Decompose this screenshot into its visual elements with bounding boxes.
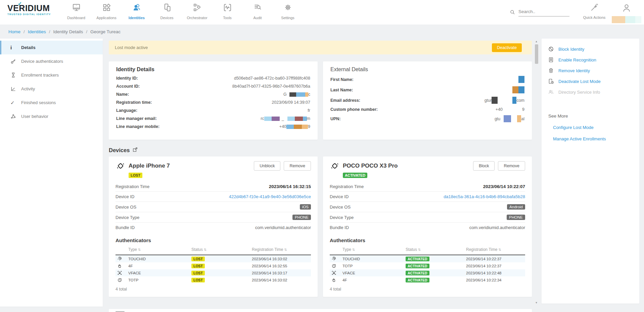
device-registration-row: Registration Time 2023/06/14 10:22:07 bbox=[330, 182, 525, 192]
clock-icon bbox=[330, 264, 342, 268]
device-buttons: Block Remove bbox=[473, 161, 525, 171]
status-badge: LOST bbox=[191, 278, 205, 282]
bundle-id-row: Bundle ID com.veridiumid.authenticator bbox=[116, 223, 311, 232]
link-configure-lost-mode[interactable]: Configure Lost Mode bbox=[553, 125, 635, 130]
see-more-label: See More bbox=[548, 114, 635, 119]
main-content: Lost mode active Deactivate Identity Det… bbox=[109, 39, 532, 312]
settings-icon bbox=[283, 3, 292, 13]
sort-icon: ⇅ bbox=[284, 248, 287, 252]
sidebar-item-user-behavior[interactable]: User behavior bbox=[0, 109, 103, 123]
table-total: 4 total bbox=[330, 287, 525, 292]
device-status: ACTIVATED bbox=[343, 172, 525, 178]
table-row: TOUCHID LOST 2023/06/14 16:33:02 bbox=[116, 255, 311, 262]
device-type-row: Device Type PHONE bbox=[330, 212, 525, 223]
device-card-header: Apple iPhone 7 Unblock Remove bbox=[116, 161, 311, 171]
sort-icon: ⇅ bbox=[418, 248, 421, 252]
status-badge: ACTIVATED bbox=[406, 257, 429, 261]
nav-item-identities[interactable]: Identities bbox=[122, 0, 152, 25]
device-type-badge: PHONE bbox=[507, 215, 525, 220]
user-menu[interactable] bbox=[610, 0, 643, 25]
upn-value: gtu al bbox=[495, 115, 524, 122]
column-header-registration-time[interactable]: Registration Time⇅ bbox=[466, 247, 525, 252]
quick-actions-label: Quick Actions bbox=[583, 15, 606, 19]
custom-phone-row: Custom phone number: +40 9 bbox=[330, 107, 524, 112]
redaction-block bbox=[504, 115, 511, 122]
bundle-id-row: Bundle ID com.veridiumid.authenticator bbox=[330, 223, 525, 232]
external-link-icon[interactable] bbox=[133, 147, 138, 153]
column-header-status[interactable]: Status⇅ bbox=[406, 247, 466, 252]
device-os-badge: Android bbox=[507, 204, 525, 210]
search-input[interactable] bbox=[518, 8, 569, 16]
sidebar-item-activity[interactable]: Activity bbox=[0, 82, 103, 96]
scrollbar-thumb[interactable] bbox=[535, 44, 538, 64]
nav-item-tools[interactable]: Tools bbox=[212, 0, 242, 25]
sidebar-item-details[interactable]: i Details bbox=[0, 41, 103, 54]
fingerprint-icon bbox=[116, 257, 128, 261]
device-cards-row: Apple iPhone 7 Unblock Remove LOST Regis… bbox=[109, 157, 532, 297]
clock-icon bbox=[116, 278, 128, 282]
external-details-title: External Details bbox=[330, 66, 524, 73]
nav-label: Tools bbox=[223, 16, 232, 20]
last-name-value bbox=[512, 86, 524, 93]
breadcrumb-home[interactable]: Home bbox=[8, 29, 20, 34]
block-device-button[interactable]: Block bbox=[473, 161, 495, 171]
authenticators-table-header: Type⇅ Status⇅ Registration Time⇅ bbox=[330, 247, 525, 255]
breadcrumb-separator: / bbox=[86, 29, 87, 34]
nav-item-applications[interactable]: Applications bbox=[91, 0, 122, 25]
remove-device-button[interactable]: Remove bbox=[498, 161, 525, 171]
scroll-up-arrow[interactable]: ▲ bbox=[535, 40, 538, 43]
action-remove-identity[interactable]: Remove Identity bbox=[548, 68, 635, 74]
nav-item-orchestrator[interactable]: Orchestrator bbox=[182, 0, 212, 25]
redaction-block bbox=[518, 86, 524, 93]
account-id-row: Account ID: 8b40ad7f-b077-4325-96b7-0e4f… bbox=[116, 84, 310, 89]
nav-item-devices[interactable]: Devices bbox=[152, 0, 182, 25]
unblock-device-button[interactable]: Unblock bbox=[254, 161, 280, 171]
main-scrollbar[interactable]: ▲ ▼ bbox=[534, 40, 539, 305]
action-directory-service-info[interactable]: Directory Service Info bbox=[548, 89, 635, 95]
status-badge: ACTIVATED bbox=[406, 271, 429, 275]
redaction-block bbox=[295, 117, 303, 121]
column-header-type[interactable]: Type⇅ bbox=[342, 247, 406, 252]
redaction-block bbox=[625, 16, 635, 23]
link-manage-active-enrollments[interactable]: Manage Active Enrollments bbox=[553, 136, 635, 141]
sidebar-item-device-authenticators[interactable]: Device authenticators bbox=[0, 54, 103, 68]
device-id-link[interactable]: da18ec5a-361a-4c16-b4b6-894cbafa5b28 bbox=[444, 194, 525, 199]
identities-icon bbox=[132, 3, 141, 13]
device-registration-value: 2023/06/14 10:22:07 bbox=[483, 184, 525, 189]
nav-item-audit[interactable]: Audit bbox=[242, 0, 273, 25]
device-registration-row: Registration Time 2023/06/14 16:32:15 bbox=[116, 182, 311, 192]
remove-device-button[interactable]: Remove bbox=[284, 161, 311, 171]
nav-item-settings[interactable]: Settings bbox=[273, 0, 303, 25]
sort-icon: ⇅ bbox=[138, 248, 141, 252]
sidebar-item-finished-sessions[interactable]: ✓ Finished sessions bbox=[0, 96, 103, 109]
content-row: i Details Device authenticators Enrollme… bbox=[0, 39, 644, 312]
nav-label: Audit bbox=[253, 16, 262, 20]
scroll-down-arrow[interactable]: ▼ bbox=[535, 301, 538, 305]
status-badge: LOST bbox=[129, 173, 142, 178]
status-badge: ACTIVATED bbox=[343, 173, 367, 178]
column-header-type[interactable]: Type⇅ bbox=[128, 247, 191, 252]
redaction-block bbox=[286, 125, 294, 129]
quick-actions-button[interactable]: Quick Actions bbox=[578, 0, 610, 25]
tools-icon bbox=[223, 3, 232, 13]
device-os-row: Device OS Android bbox=[330, 202, 525, 212]
authenticators-table-header: Type⇅ Status⇅ Registration Time⇅ bbox=[116, 247, 311, 255]
external-details-card: External Details First Name: Last Name: bbox=[323, 61, 532, 140]
name-value: G c bbox=[283, 92, 310, 97]
action-deactivate-lost-mode[interactable]: Deactivate Lost Mode bbox=[548, 78, 635, 84]
veridium-logo[interactable]: VERIDIUM ✔ TRUSTED DIGITAL IDENTITY bbox=[0, 0, 61, 25]
column-header-registration-time[interactable]: Registration Time⇅ bbox=[252, 247, 311, 252]
sidebar-item-enrollment-trackers[interactable]: Enrollment trackers bbox=[0, 68, 103, 82]
deactivate-lost-mode-button[interactable]: Deactivate bbox=[492, 43, 522, 52]
line-manager-email-row: Line manager email: rc _ m bbox=[116, 116, 310, 121]
device-id-link[interactable]: 422d4b67-f10e-41a9-9e40-3e56d036e5ce bbox=[229, 194, 311, 199]
action-enable-recognition[interactable]: Enable Recognition bbox=[548, 57, 635, 63]
column-header-status[interactable]: Status⇅ bbox=[191, 247, 252, 252]
devices-icon bbox=[163, 3, 172, 13]
redaction-block bbox=[512, 97, 516, 104]
nav-item-dashboard[interactable]: Dashboard bbox=[61, 0, 91, 25]
action-block-identity[interactable]: Block Identity bbox=[548, 46, 635, 52]
status-badge: ACTIVATED bbox=[406, 264, 429, 268]
nav-label: Devices bbox=[160, 16, 173, 20]
breadcrumb-identities[interactable]: Identities bbox=[28, 29, 46, 34]
